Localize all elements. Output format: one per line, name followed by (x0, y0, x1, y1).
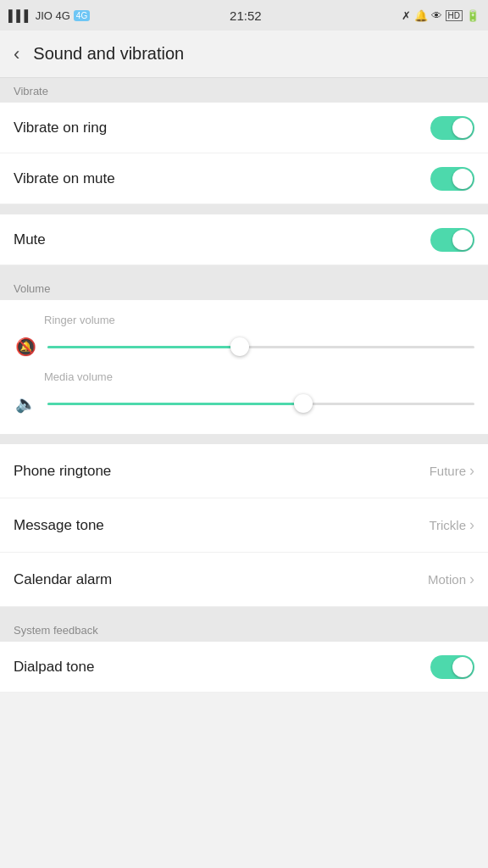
phone-ringtone-value: Future (430, 464, 466, 478)
message-tone-right: Trickle › (429, 516, 474, 534)
media-fill (47, 403, 303, 405)
status-time: 21:52 (230, 8, 262, 23)
vibrate-on-ring-toggle[interactable] (430, 116, 474, 140)
section-header-volume: Volume (0, 275, 488, 300)
mute-toggle[interactable] (430, 228, 474, 252)
top-bar: ‹ Sound and vibration (0, 31, 488, 78)
calendar-alarm-value: Motion (428, 572, 466, 587)
section-header-system-feedback: System feedback (0, 617, 488, 642)
media-volume-control: 🔈 (14, 393, 474, 414)
message-tone-chevron: › (469, 516, 474, 534)
media-volume-label: Media volume (44, 370, 474, 383)
setting-row-vibrate-on-ring: Vibrate on ring (0, 103, 488, 153)
ringer-volume-control: 🔕 (14, 337, 474, 357)
battery-icon: 🔋 (466, 9, 480, 22)
media-thumb[interactable] (294, 394, 313, 413)
phone-ringtone-right: Future › (430, 462, 474, 480)
section-header-vibrate: Vibrate (0, 78, 488, 103)
hd-icon: HD (446, 10, 463, 21)
vibrate-on-ring-label: Vibrate on ring (14, 120, 107, 136)
nav-row-calendar-alarm[interactable]: Calendar alarm Motion › (0, 553, 488, 607)
dialpad-tone-toggle[interactable] (430, 655, 474, 679)
ringer-fill (47, 346, 240, 348)
page-title: Sound and vibration (33, 44, 184, 64)
phone-ringtone-label: Phone ringtone (14, 463, 111, 480)
vibrate-on-mute-toggle[interactable] (430, 167, 474, 191)
setting-row-dialpad-tone: Dialpad tone (0, 642, 488, 693)
eye-icon: 👁 (431, 9, 442, 22)
nav-row-message-tone[interactable]: Message tone Trickle › (0, 498, 488, 553)
setting-row-mute: Mute (0, 214, 488, 265)
status-right: ✗ 🔔 👁 HD 🔋 (402, 9, 480, 22)
divider-1 (0, 204, 488, 214)
mute-icon: 🔔 (414, 9, 428, 22)
calendar-alarm-chevron: › (469, 570, 474, 588)
divider-4 (0, 607, 488, 617)
carrier-label: JIO 4G (36, 9, 70, 22)
volume-section: Ringer volume 🔕 Media volume 🔈 (0, 300, 488, 434)
media-slider[interactable] (47, 395, 474, 412)
ringer-volume-row: Ringer volume 🔕 (14, 314, 474, 357)
phone-ringtone-chevron: › (469, 462, 474, 480)
ringer-volume-label: Ringer volume (44, 314, 474, 326)
ringer-icon: 🔕 (14, 337, 37, 357)
calendar-alarm-right: Motion › (428, 570, 474, 588)
bluetooth-icon: ✗ (402, 9, 411, 22)
signal-icon: ▌▌▌ (8, 9, 32, 22)
media-track (47, 403, 474, 405)
divider-3 (0, 434, 488, 444)
setting-row-vibrate-on-mute: Vibrate on mute (0, 153, 488, 204)
status-bar: ▌▌▌ JIO 4G 4G 21:52 ✗ 🔔 👁 HD 🔋 (0, 0, 488, 31)
message-tone-label: Message tone (14, 517, 104, 534)
media-volume-row: Media volume 🔈 (14, 370, 474, 414)
nav-row-phone-ringtone[interactable]: Phone ringtone Future › (0, 444, 488, 498)
ringer-slider[interactable] (47, 338, 474, 355)
dialpad-tone-label: Dialpad tone (14, 659, 94, 676)
mute-label: Mute (14, 231, 46, 248)
calendar-alarm-label: Calendar alarm (14, 571, 112, 588)
ringer-track (47, 346, 474, 348)
network-icon: 4G (74, 10, 90, 21)
vibrate-on-mute-label: Vibrate on mute (14, 170, 115, 187)
ringer-thumb[interactable] (230, 337, 249, 356)
message-tone-value: Trickle (429, 518, 466, 532)
status-left: ▌▌▌ JIO 4G 4G (8, 9, 90, 22)
divider-2 (0, 265, 488, 275)
media-icon: 🔈 (14, 393, 37, 414)
back-button[interactable]: ‹ (14, 45, 19, 64)
